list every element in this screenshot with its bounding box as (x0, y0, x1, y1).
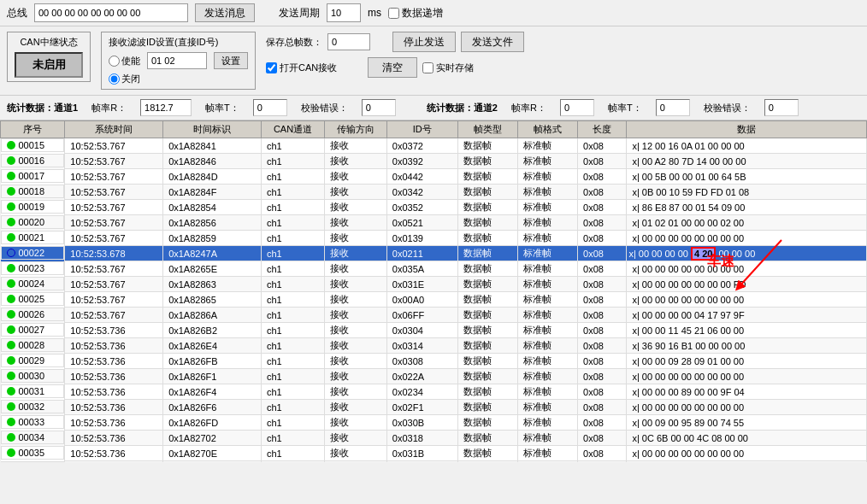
cell-dir: 接收 (325, 200, 387, 215)
table-row[interactable]: 0003210:52:53.7360x1A826F6ch1接收0x02F1数据帧… (1, 400, 867, 415)
cell-ts: 0x1A82846 (163, 154, 262, 169)
col-header-len: 长度 (578, 121, 627, 138)
cell-id: 0x0314 (386, 338, 457, 354)
cell-ftype: 数据帧 (457, 446, 517, 461)
cell-ch: ch1 (261, 169, 324, 185)
table-row[interactable]: 0002610:52:53.7670x1A8286Ach1接收0x06FF数据帧… (1, 308, 867, 323)
cell-ts: 0x1A82854 (163, 200, 262, 215)
filter-enable-radio[interactable]: 使能 (109, 55, 140, 67)
period-input[interactable] (327, 3, 361, 22)
filter-set-button[interactable]: 设置 (214, 52, 248, 69)
cell-ftype: 数据帧 (457, 169, 517, 185)
cell-seq: 00030 (1, 369, 65, 383)
cell-ftype: 数据帧 (457, 369, 517, 384)
cell-ch: ch1 (261, 431, 324, 446)
cell-ts: 0x1A8265E (163, 261, 262, 277)
cell-data: x| 00 00 00 00 00 00 00 00 (627, 369, 867, 384)
table-row[interactable]: 0002110:52:53.7670x1A82859ch1接收0x0139数据帧… (1, 231, 867, 246)
table-row[interactable]: 0001810:52:53.7670x1A8284Fch1接收0x0342数据帧… (1, 185, 867, 200)
cell-dir: 接收 (325, 369, 387, 384)
cell-id: 0x0324 (386, 461, 457, 463)
cell-id: 0x031B (386, 446, 457, 461)
stats2-checkerr-value: 0 (764, 99, 799, 116)
table-row[interactable]: 0002410:52:53.7670x1A82863ch1接收0x031E数据帧… (1, 277, 867, 292)
table-row[interactable]: 0002010:52:53.7670x1A82856ch1接收0x0521数据帧… (1, 215, 867, 231)
filter-close-radio[interactable]: 关闭 (109, 73, 248, 85)
table-row[interactable]: 0001610:52:53.7670x1A82846ch1接收0x0392数据帧… (1, 154, 867, 169)
cell-ftype: 数据帧 (457, 215, 517, 231)
address-input[interactable] (34, 3, 188, 22)
cell-seq: 00024 (1, 277, 65, 290)
cell-dir: 接收 (325, 384, 387, 400)
cell-ch: ch1 (261, 277, 324, 292)
cell-ch: ch1 (261, 308, 324, 323)
cell-seq: 00017 (1, 169, 65, 183)
stats2-checkerr-label: 校验错误： (704, 102, 751, 114)
table-row[interactable]: 0001510:52:53.7670x1A82841ch1接收0x0372数据帧… (1, 138, 867, 154)
table-row[interactable]: 0002510:52:53.7670x1A82865ch1接收0x00A0数据帧… (1, 292, 867, 308)
cell-id: 0x035A (386, 261, 457, 277)
realtime-save-checkbox[interactable]: 实时存储 (422, 62, 474, 74)
data-increment-label[interactable]: 数据递增 (388, 6, 443, 21)
status-dot (7, 387, 15, 396)
cell-ftype: 数据帧 (457, 461, 517, 463)
cell-ch: ch1 (261, 369, 324, 384)
cell-ts: 0x1A82841 (163, 138, 262, 154)
total-frames-input[interactable] (327, 33, 370, 50)
status-dot (7, 187, 15, 196)
cell-len: 0x08 (578, 415, 627, 431)
cell-fformat: 标准帧 (517, 400, 577, 415)
cell-dir: 接收 (325, 308, 387, 323)
table-row[interactable]: 0002910:52:53.7360x1A826FBch1接收0x0308数据帧… (1, 354, 867, 369)
cell-ftype: 数据帧 (457, 415, 517, 431)
status-dot (7, 249, 15, 257)
cell-fformat: 标准帧 (517, 154, 577, 169)
cell-len: 0x08 (578, 154, 627, 169)
open-can-checkbox[interactable]: 打开CAN接收 (266, 62, 337, 74)
cell-ts: 0x1A8270E (163, 446, 262, 461)
clear-button[interactable]: 清空 (368, 57, 417, 78)
send-msg-button[interactable]: 发送消息 (195, 3, 255, 22)
cell-id: 0x0304 (386, 323, 457, 338)
data-increment-checkbox[interactable] (388, 8, 399, 19)
cell-data: x| 00 00 00 00 04 17 97 9F (627, 308, 867, 323)
table-row[interactable]: 0001910:52:53.7670x1A82854ch1接收0x0352数据帧… (1, 200, 867, 215)
cell-dir: 接收 (325, 138, 387, 154)
table-row[interactable]: 0003610:52:53.7360x1A82718ch1接收0x0324数据帧… (1, 461, 867, 463)
table-row[interactable]: 0003110:52:53.7360x1A826F4ch1接收0x0234数据帧… (1, 384, 867, 400)
cell-time: 10:52:53.736 (65, 415, 163, 431)
stop-send-button[interactable]: 停止发送 (392, 32, 456, 52)
table-row[interactable]: 0002210:52:53.6780x1A8247Ach1接收0x0211数据帧… (1, 246, 867, 261)
cell-len: 0x08 (578, 200, 627, 215)
cell-len: 0x08 (578, 384, 627, 400)
table-row[interactable]: 0002810:52:53.7360x1A826E4ch1接收0x0314数据帧… (1, 338, 867, 354)
cell-id: 0x0308 (386, 354, 457, 369)
send-file-button[interactable]: 发送文件 (461, 32, 524, 52)
table-row[interactable]: 0001710:52:53.7670x1A8284Dch1接收0x0442数据帧… (1, 169, 867, 185)
cell-data: x| 00 09 00 95 89 00 74 55 (627, 415, 867, 431)
table-row[interactable]: 0003310:52:53.7360x1A826FDch1接收0x030B数据帧… (1, 415, 867, 431)
can-status-button[interactable]: 未启用 (15, 52, 83, 78)
table-row[interactable]: 0003410:52:53.7360x1A82702ch1接收0x0318数据帧… (1, 431, 867, 446)
cell-ch: ch1 (261, 400, 324, 415)
cell-seq: 00036 (1, 461, 65, 463)
filter-id-input[interactable] (147, 52, 207, 69)
table-row[interactable]: 0003010:52:53.7360x1A826F1ch1接收0x022A数据帧… (1, 369, 867, 384)
cell-len: 0x08 (578, 185, 627, 200)
cell-time: 10:52:53.767 (65, 292, 163, 308)
table-row[interactable]: 0003510:52:53.7360x1A8270Ech1接收0x031B数据帧… (1, 446, 867, 461)
cell-ch: ch1 (261, 215, 324, 231)
cell-len: 0x08 (578, 277, 627, 292)
cell-len: 0x08 (578, 246, 627, 261)
cell-ts: 0x1A826FD (163, 415, 262, 431)
stats1-framet-value: 0 (253, 99, 287, 116)
cell-data: x| 00 00 00 00 00 00 00 00 (627, 292, 867, 308)
table-row[interactable]: 0002310:52:53.7670x1A8265Ech1接收0x035A数据帧… (1, 261, 867, 277)
cell-fformat: 标准帧 (517, 369, 577, 384)
cell-seq: 00035 (1, 446, 65, 460)
table-row[interactable]: 0002710:52:53.7360x1A826B2ch1接收0x0304数据帧… (1, 323, 867, 338)
cell-id: 0x0372 (386, 138, 457, 154)
cell-time: 10:52:53.767 (65, 154, 163, 169)
cell-ts: 0x1A82702 (163, 431, 262, 446)
cell-len: 0x08 (578, 215, 627, 231)
